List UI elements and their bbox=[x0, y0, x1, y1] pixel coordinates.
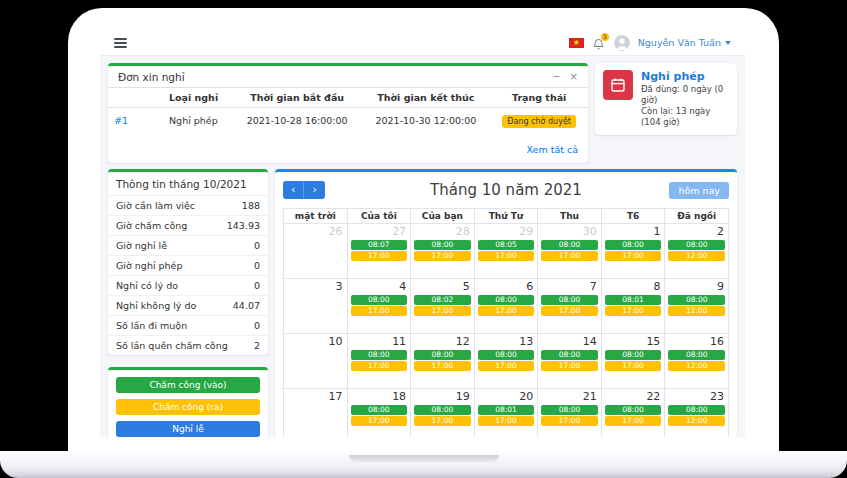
close-icon[interactable]: × bbox=[570, 72, 578, 82]
check-out-chip[interactable]: 17:00 bbox=[351, 361, 408, 371]
calendar-day-cell[interactable]: 20 08:01 17:00 bbox=[474, 389, 538, 438]
calendar-day-cell[interactable]: 11 08:00 17:00 bbox=[347, 334, 411, 389]
check-out-chip[interactable]: 17:00 bbox=[605, 361, 662, 371]
check-in-chip[interactable]: 08:00 bbox=[414, 240, 471, 250]
check-out-chip[interactable]: 17:00 bbox=[605, 251, 662, 261]
holiday-button[interactable]: Nghỉ lễ bbox=[116, 421, 260, 437]
check-out-chip[interactable]: 17:00 bbox=[351, 306, 408, 316]
check-out-chip[interactable]: 17:00 bbox=[605, 306, 662, 316]
check-in-chip[interactable]: 08:00 bbox=[414, 350, 471, 360]
calendar-day-cell[interactable]: 9 08:00 12:00 bbox=[665, 279, 729, 334]
calendar-day-cell[interactable]: 16 08:00 12:00 bbox=[665, 334, 729, 389]
check-in-chip[interactable]: 08:00 bbox=[541, 295, 598, 305]
check-out-chip[interactable]: 17:00 bbox=[414, 361, 471, 371]
check-out-chip[interactable]: 17:00 bbox=[351, 251, 408, 261]
calendar-day-cell[interactable]: 2 08:00 12:00 bbox=[665, 224, 729, 279]
month-info-title: Thông tin tháng 10/2021 bbox=[116, 178, 247, 190]
check-in-chip[interactable]: 08:00 bbox=[605, 350, 662, 360]
check-in-chip[interactable]: 08:00 bbox=[351, 405, 408, 415]
calendar-day-cell[interactable]: 26 bbox=[284, 224, 348, 279]
check-out-chip[interactable]: 17:00 bbox=[541, 306, 598, 316]
check-out-chip[interactable]: 12:00 bbox=[668, 251, 725, 261]
calendar-day-cell[interactable]: 5 08:02 17:00 bbox=[411, 279, 475, 334]
check-in-chip[interactable]: 08:01 bbox=[605, 295, 662, 305]
check-out-chip[interactable]: 17:00 bbox=[478, 306, 535, 316]
check-in-chip[interactable]: 08:00 bbox=[605, 405, 662, 415]
calendar-grid: mặt trờiCủa tôiCủa bạnThứ TưThuT6Đã ngồi… bbox=[283, 208, 729, 437]
check-in-chip[interactable]: 08:00 bbox=[478, 350, 535, 360]
check-in-chip[interactable]: 08:00 bbox=[668, 350, 725, 360]
day-number: 6 bbox=[475, 279, 538, 295]
calendar-day-cell[interactable]: 8 08:01 17:00 bbox=[601, 279, 665, 334]
check-in-chip[interactable]: 08:00 bbox=[668, 405, 725, 415]
check-out-chip[interactable]: 17:00 bbox=[414, 306, 471, 316]
calendar-day-header: Thu bbox=[538, 209, 602, 224]
check-in-chip[interactable]: 08:01 bbox=[478, 405, 535, 415]
calendar-day-cell[interactable]: 4 08:00 17:00 bbox=[347, 279, 411, 334]
check-in-chip[interactable]: 08:00 bbox=[351, 295, 408, 305]
calendar-day-cell[interactable]: 21 08:00 17:00 bbox=[538, 389, 602, 438]
stat-row: Giờ chấm công 143.93 bbox=[108, 216, 268, 236]
check-out-chip[interactable]: 17:00 bbox=[351, 416, 408, 426]
calendar-day-cell[interactable]: 23 08:00 12:00 bbox=[665, 389, 729, 438]
user-menu[interactable]: Nguyễn Văn Tuấn bbox=[638, 37, 731, 48]
check-in-chip[interactable]: 08:05 bbox=[478, 240, 535, 250]
check-out-chip[interactable]: 17:00 bbox=[478, 361, 535, 371]
calendar-day-cell[interactable]: 14 08:00 17:00 bbox=[538, 334, 602, 389]
check-out-chip[interactable]: 17:00 bbox=[541, 416, 598, 426]
check-out-chip[interactable]: 17:00 bbox=[541, 361, 598, 371]
calendar-icon bbox=[610, 77, 626, 93]
calendar-day-cell[interactable]: 19 08:00 17:00 bbox=[411, 389, 475, 438]
leave-id-link[interactable]: #1 bbox=[114, 115, 128, 126]
minimize-icon[interactable]: − bbox=[552, 72, 560, 82]
day-number: 23 bbox=[665, 389, 728, 405]
calendar-day-cell[interactable]: 29 08:05 17:00 bbox=[474, 224, 538, 279]
calendar-day-cell[interactable]: 13 08:00 17:00 bbox=[474, 334, 538, 389]
today-button[interactable]: hôm nay bbox=[669, 182, 729, 199]
check-out-chip[interactable]: 17:00 bbox=[478, 416, 535, 426]
check-out-chip[interactable]: 17:00 bbox=[414, 416, 471, 426]
view-all-link[interactable]: Xem tất cả bbox=[526, 144, 578, 155]
check-out-button[interactable]: Chấm công (ra) bbox=[116, 399, 260, 415]
calendar-day-cell[interactable]: 10 bbox=[284, 334, 348, 389]
check-in-chip[interactable]: 08:00 bbox=[605, 240, 662, 250]
check-in-chip[interactable]: 08:00 bbox=[478, 295, 535, 305]
check-in-chip[interactable]: 08:00 bbox=[541, 405, 598, 415]
calendar-day-cell[interactable]: 6 08:00 17:00 bbox=[474, 279, 538, 334]
vietnam-flag-icon[interactable]: ★ bbox=[569, 38, 584, 48]
calendar-day-cell[interactable]: 12 08:00 17:00 bbox=[411, 334, 475, 389]
check-in-chip[interactable]: 08:02 bbox=[414, 295, 471, 305]
user-avatar[interactable] bbox=[614, 35, 630, 51]
check-out-chip[interactable]: 17:00 bbox=[414, 251, 471, 261]
calendar-day-cell[interactable]: 1 08:00 17:00 bbox=[601, 224, 665, 279]
check-in-chip[interactable]: 08:00 bbox=[668, 240, 725, 250]
check-in-chip[interactable]: 08:00 bbox=[668, 295, 725, 305]
check-out-chip[interactable]: 17:00 bbox=[541, 251, 598, 261]
check-out-chip[interactable]: 12:00 bbox=[668, 306, 725, 316]
notifications-button[interactable]: 3 bbox=[592, 36, 606, 50]
calendar-day-cell[interactable]: 22 08:00 17:00 bbox=[601, 389, 665, 438]
check-out-chip[interactable]: 17:00 bbox=[478, 251, 535, 261]
check-in-chip[interactable]: 08:00 bbox=[351, 350, 408, 360]
calendar-day-cell[interactable]: 28 08:00 17:00 bbox=[411, 224, 475, 279]
check-in-chip[interactable]: 08:00 bbox=[541, 350, 598, 360]
leave-balance-title[interactable]: Nghỉ phép bbox=[641, 70, 729, 83]
check-in-chip[interactable]: 08:00 bbox=[414, 405, 471, 415]
check-in-chip[interactable]: 08:07 bbox=[351, 240, 408, 250]
calendar-day-cell[interactable]: 27 08:07 17:00 bbox=[347, 224, 411, 279]
day-number: 27 bbox=[348, 224, 411, 240]
check-out-chip[interactable]: 12:00 bbox=[668, 361, 725, 371]
check-out-chip[interactable]: 12:00 bbox=[668, 416, 725, 426]
day-number: 3 bbox=[284, 279, 347, 295]
calendar-day-cell[interactable]: 17 bbox=[284, 389, 348, 438]
calendar-day-cell[interactable]: 15 08:00 17:00 bbox=[601, 334, 665, 389]
calendar-day-cell[interactable]: 7 08:00 17:00 bbox=[538, 279, 602, 334]
check-out-chip[interactable]: 17:00 bbox=[605, 416, 662, 426]
check-in-button[interactable]: Chấm công (vào) bbox=[116, 377, 260, 393]
check-in-chip[interactable]: 08:00 bbox=[541, 240, 598, 250]
calendar-day-cell[interactable]: 30 08:00 17:00 bbox=[538, 224, 602, 279]
day-number: 2 bbox=[665, 224, 728, 240]
calendar-day-cell[interactable]: 3 bbox=[284, 279, 348, 334]
hamburger-menu-icon[interactable] bbox=[114, 36, 127, 50]
calendar-day-cell[interactable]: 18 08:00 17:00 bbox=[347, 389, 411, 438]
